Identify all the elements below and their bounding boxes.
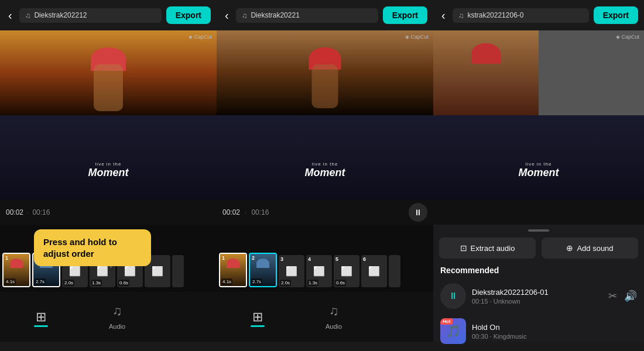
mid-thumb-3[interactable]: ⬜ 3 2.0s — [279, 255, 304, 287]
right-audio-panel: ⊡ Extract audio ⊕ Add sound Recommended … — [433, 225, 644, 292]
mid-video-bottom: live in the Moment — [217, 115, 433, 200]
mid-active-bar — [251, 325, 265, 327]
mid-thumb-6[interactable]: ⬜ 6 — [361, 255, 387, 287]
left-panel-header: ‹ ♫ Diekstrak202212 Export — [0, 6, 217, 25]
right-panel-header: ‹ ♫ kstrak20221206-0 Export — [433, 6, 644, 25]
right-music-icon: ♫ — [458, 11, 464, 20]
right-export-button[interactable]: Export — [594, 6, 638, 24]
left-timeline-strip: Press and hold to adjust order 1 4.1s 2 … — [0, 225, 217, 292]
left-thumb-7-partial — [172, 255, 184, 287]
right-hat — [471, 43, 501, 64]
left-video-icon: ⊞ — [36, 309, 46, 325]
hot-badge-2: Hot — [440, 318, 453, 325]
mid-thumb-2[interactable]: 2 2.7s — [249, 253, 277, 287]
music-item-1-cut-button[interactable]: ✂ — [608, 290, 617, 302]
mid-time-total: 00:16 — [251, 208, 269, 216]
mid-thumb-4[interactable]: ⬜ 4 1.3s — [306, 255, 332, 287]
mid-video-icon: ⊞ — [252, 309, 263, 325]
music-playing-indicator: ⏸ — [440, 283, 466, 309]
left-bottom-icons: ⊞ ♫ Audio — [0, 304, 217, 330]
left-filename: Diekstrak202212 — [34, 11, 87, 19]
left-video-bottom: live in the Moment — [0, 115, 217, 200]
right-back-button[interactable]: ‹ — [439, 6, 448, 25]
mid-thumb-1[interactable]: 1 4.1s — [219, 253, 247, 287]
mid-person-body — [312, 64, 338, 108]
left-audio-icon-item[interactable]: ♫ Audio — [88, 304, 146, 330]
left-music-icon: ♫ — [25, 11, 31, 20]
right-video-panel: live in the Moment ◈ CapCut — [433, 30, 644, 200]
music-item-1-meta: 00:15 · Unknown — [472, 298, 602, 305]
order-tooltip: Press and hold to adjust order — [34, 229, 151, 266]
left-back-button[interactable]: ‹ — [6, 6, 15, 25]
mid-video-icon-item[interactable]: ⊞ — [228, 309, 287, 325]
music-item-1-info: Diekstrak20221206-01 00:15 · Unknown — [472, 288, 602, 305]
left-thumb-1[interactable]: 1 4.1s — [2, 253, 30, 287]
extract-audio-button[interactable]: ⊡ Extract audio — [439, 238, 536, 259]
mid-export-button[interactable]: Export — [383, 6, 427, 24]
mid-audio-icon-item[interactable]: ♫ Audio — [304, 304, 363, 330]
right-filename-bar: ♫ kstrak20221206-0 — [453, 8, 589, 23]
left-audio-icon: ♫ — [112, 304, 122, 319]
mid-timeline-strip: 1 4.1s 2 2.7s ⬜ 3 2.0s ⬜ 4 1.3s — [217, 225, 433, 292]
music-item-1[interactable]: ⏸ Diekstrak20221206-01 00:15 · Unknown ✂… — [433, 278, 644, 314]
moment-text-left: live in the Moment — [0, 161, 217, 179]
music-item-2-info: Hold On 00:30 · Kingdmusic — [472, 323, 637, 340]
music-item-1-volume-button[interactable]: 🔊 — [624, 290, 637, 302]
person-body — [94, 64, 123, 111]
mid-thumb-row: 1 4.1s 2 2.7s ⬜ 3 2.0s ⬜ 4 1.3s — [217, 225, 403, 292]
left-audio-label: Audio — [109, 323, 125, 330]
music-item-2-meta: 00:30 · Kingdmusic — [472, 333, 637, 340]
left-time-sep: · — [27, 208, 29, 216]
audio-action-buttons: ⊡ Extract audio ⊕ Add sound — [433, 234, 644, 262]
music-item-1-title: Diekstrak20221206-01 — [472, 288, 602, 297]
right-filename: kstrak20221206-0 — [467, 11, 523, 19]
left-video-panel: ◈ CapCut live in the Moment — [0, 30, 217, 200]
music-item-2[interactable]: 🎵 Hot Hold On 00:30 · Kingdmusic — [433, 314, 644, 349]
right-video-bottom: live in the Moment — [433, 115, 644, 200]
left-video-top: ◈ CapCut — [0, 30, 217, 115]
play-pause-button[interactable]: ⏸ — [409, 203, 427, 222]
mid-audio-icon: ♫ — [329, 304, 339, 319]
add-sound-label: Add sound — [577, 244, 613, 253]
panel-drag-handle — [433, 225, 644, 234]
add-sound-icon: ⊕ — [566, 243, 573, 253]
right-video-top-row — [433, 30, 644, 115]
left-time-total: 00:16 — [32, 208, 50, 216]
drag-bar — [528, 229, 549, 232]
right-capcut-logo: ◈ CapCut — [616, 34, 639, 40]
moment-text-mid: live in the Moment — [217, 161, 433, 179]
mid-back-button[interactable]: ‹ — [222, 6, 231, 25]
left-capcut-logo-top: ◈ CapCut — [189, 34, 212, 40]
mid-filename: Diekstrak20221 — [251, 11, 299, 19]
mid-bottom-icons: ⊞ ♫ Audio — [217, 304, 433, 330]
left-time-current: 00:02 — [6, 208, 23, 216]
mid-music-icon: ♫ — [242, 11, 248, 20]
music-item-2-thumb: 🎵 Hot — [440, 318, 466, 344]
music-list: ⏸ Diekstrak20221206-01 00:15 · Unknown ✂… — [433, 278, 644, 351]
extract-audio-label: Extract audio — [471, 244, 515, 253]
mid-video-panel: ◈ CapCut live in the Moment — [217, 30, 433, 200]
right-video-top-left — [433, 30, 539, 115]
mid-time-sep: · — [245, 208, 246, 216]
music-item-1-thumb: ⏸ — [440, 283, 466, 309]
music-item-1-actions: ✂ 🔊 — [608, 290, 637, 302]
mid-time-current: 00:02 — [222, 208, 240, 216]
recommended-label: Recommended — [433, 262, 644, 278]
mid-panel-header: ‹ ♫ Diekstrak20221 Export — [217, 6, 433, 25]
left-video-icon-item[interactable]: ⊞ — [12, 309, 70, 325]
mid-capcut-logo-top: ◈ CapCut — [405, 34, 429, 40]
mid-filename-bar: ♫ Diekstrak20221 — [236, 8, 378, 23]
music-item-3[interactable]: 🎶 Hot positive, confident, present, prog… — [433, 349, 644, 351]
moment-text-right: live in the Moment — [433, 161, 644, 179]
extract-audio-icon: ⊡ — [460, 243, 467, 253]
mid-thumb-5[interactable]: ⬜ 5 0.6s — [334, 255, 359, 287]
left-export-button[interactable]: Export — [166, 6, 211, 24]
add-sound-button[interactable]: ⊕ Add sound — [542, 238, 638, 259]
mid-thumb-7-partial — [389, 255, 400, 287]
music-item-2-title: Hold On — [472, 323, 637, 332]
mid-video-top: ◈ CapCut — [217, 30, 433, 115]
mid-audio-label: Audio — [326, 323, 342, 330]
right-video-top-right — [539, 30, 644, 115]
mid-timeline-controls: 00:02 · 00:16 ⏸ — [217, 203, 433, 222]
left-timeline-controls: 00:02 · 00:16 — [0, 208, 217, 216]
